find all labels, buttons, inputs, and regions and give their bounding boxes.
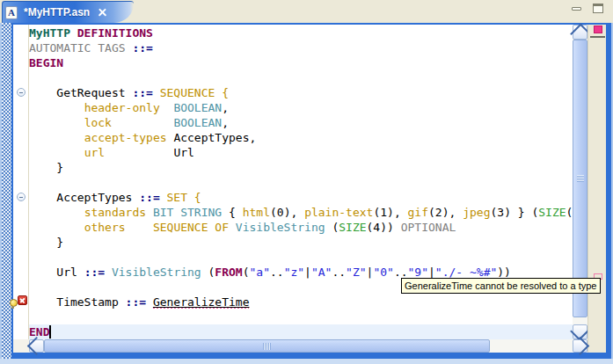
code-line[interactable]: standards BIT STRING { html(0), plain-te…: [29, 205, 573, 220]
code-line[interactable]: BEGIN: [29, 55, 573, 70]
code-line[interactable]: [29, 250, 573, 265]
tab-close-icon[interactable]: [98, 8, 107, 18]
code-line[interactable]: GetRequest ::= SEQUENCE {: [29, 85, 573, 100]
thumb-grip: [263, 343, 271, 350]
code-line[interactable]: header-only BOOLEAN,: [29, 100, 573, 115]
code-line[interactable]: END: [29, 324, 573, 339]
horizontal-scrollbar-thumb[interactable]: [44, 339, 490, 353]
view-controls: [571, 4, 604, 14]
thumb-grip: [577, 175, 584, 182]
overview-error-marker[interactable]: [594, 25, 602, 33]
code-line[interactable]: }: [29, 235, 573, 250]
error-icon: [18, 295, 27, 305]
editor-window: A *MyHTTP.asn MyHTTP DEFINITIONSAUTOMATI…: [0, 0, 613, 364]
code-line[interactable]: lock BOOLEAN,: [29, 115, 573, 130]
error-quickfix-icon[interactable]: [10, 295, 27, 309]
overview-ruler-header: [590, 36, 605, 38]
code-editor[interactable]: MyHTTP DEFINITIONSAUTOMATIC TAGS ::=BEGI…: [13, 25, 606, 353]
minimize-icon[interactable]: [571, 4, 583, 14]
maximize-icon[interactable]: [592, 4, 604, 14]
lightbulb-icon: [10, 299, 17, 309]
scroll-up-button[interactable]: [573, 25, 587, 40]
code-line[interactable]: [29, 70, 573, 85]
scroll-right-button[interactable]: [573, 339, 587, 353]
code-line[interactable]: url Url: [29, 145, 573, 160]
horizontal-scrollbar[interactable]: [29, 339, 587, 353]
error-tooltip: GeneralizeTime cannot be resolved to a t…: [401, 278, 601, 294]
code-line[interactable]: others SEQUENCE OF VisibleString (SIZE(4…: [29, 220, 573, 235]
tab-myhttp-asn[interactable]: A *MyHTTP.asn: [2, 1, 134, 23]
window-edge: [0, 23, 2, 359]
tab-title: *MyHTTP.asn: [24, 6, 90, 18]
code-line[interactable]: AUTOMATIC TAGS ::=: [29, 40, 573, 55]
code-line[interactable]: accept-types AcceptTypes,: [29, 130, 573, 145]
chevron-right-icon: [571, 337, 589, 355]
code-line[interactable]: }: [29, 160, 573, 175]
window-bottom-edge: [0, 359, 613, 364]
fold-collapse-icon[interactable]: [17, 88, 26, 97]
code-line[interactable]: [29, 175, 573, 190]
overview-ruler[interactable]: [587, 25, 606, 353]
fold-collapse-icon[interactable]: [17, 193, 26, 201]
vertical-scrollbar-thumb[interactable]: [573, 40, 587, 317]
text-caret: [49, 325, 51, 339]
asn-file-icon: A: [5, 6, 18, 19]
editor-frame: MyHTTP DEFINITIONSAUTOMATIC TAGS ::=BEGI…: [2, 23, 611, 359]
code-line[interactable]: [29, 309, 573, 324]
code-line[interactable]: MyHTTP DEFINITIONS: [29, 25, 573, 40]
editor-tab-bar: A *MyHTTP.asn: [0, 0, 613, 23]
code-line[interactable]: TimeStamp ::= GeneralizeTime: [29, 295, 573, 309]
chevron-left-icon: [27, 337, 46, 355]
scroll-left-button[interactable]: [29, 339, 44, 353]
code-line[interactable]: AcceptTypes ::= SET {: [29, 190, 573, 205]
annotation-ruler[interactable]: [13, 25, 27, 339]
